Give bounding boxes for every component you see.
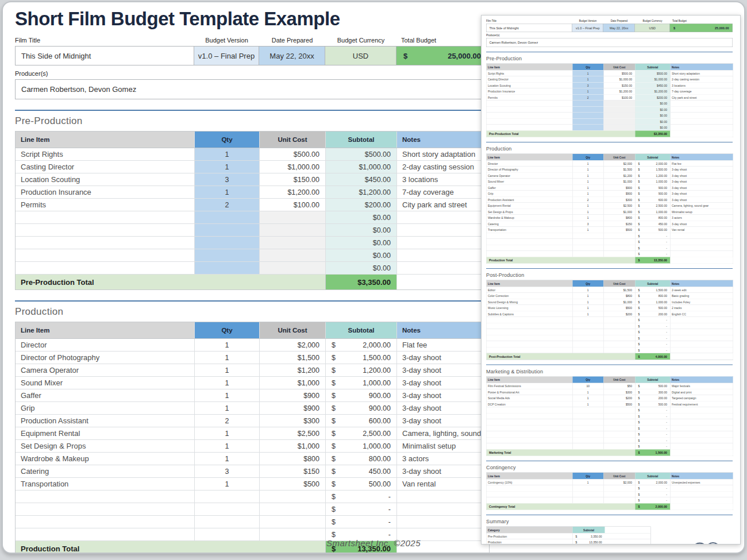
cell-qty[interactable]: 1: [195, 364, 260, 376]
cell-unit-cost[interactable]: [260, 503, 326, 515]
cell-unit-cost[interactable]: $1,200: [260, 364, 326, 376]
cell-subtotal[interactable]: $1,000.00: [326, 377, 397, 389]
cell-subtotal[interactable]: $800.00: [326, 453, 397, 465]
cell-subtotal[interactable]: $-: [326, 503, 397, 515]
cell-unit-cost[interactable]: $1,500: [260, 352, 326, 364]
cell-unit-cost[interactable]: $300: [260, 415, 326, 427]
cell-unit-cost[interactable]: $500: [260, 478, 326, 490]
cell-unit-cost[interactable]: $1,000: [260, 377, 326, 389]
cell-unit-cost[interactable]: $100.00: [260, 199, 326, 211]
cell-qty[interactable]: 1: [195, 161, 260, 173]
cell-notes[interactable]: 3-day shoot: [397, 352, 489, 364]
cell-unit-cost[interactable]: $900: [260, 389, 326, 401]
cell-qty[interactable]: [195, 491, 260, 503]
cell-notes[interactable]: [397, 503, 489, 515]
cell-subtotal[interactable]: $0.00: [326, 249, 397, 261]
total-budget-field[interactable]: $ 25,000.00: [396, 46, 488, 65]
cell-notes[interactable]: 2-day casting session: [397, 161, 489, 173]
cell-subtotal[interactable]: $1,200.00: [326, 186, 397, 198]
cell-qty[interactable]: [195, 237, 260, 249]
cell-line-item[interactable]: Production Assistant: [16, 415, 195, 427]
cell-qty[interactable]: [195, 249, 260, 261]
cell-qty[interactable]: 1: [195, 427, 260, 439]
cell-notes[interactable]: [397, 237, 489, 249]
cell-unit-cost[interactable]: $2,000: [260, 339, 326, 351]
cell-line-item[interactable]: Transportation: [16, 478, 195, 490]
cell-subtotal[interactable]: $-: [326, 491, 397, 503]
cell-subtotal[interactable]: $900.00: [326, 402, 397, 414]
cell-line-item[interactable]: [16, 237, 195, 249]
cell-line-item[interactable]: Permits: [16, 199, 195, 211]
cell-line-item[interactable]: Equipment Rental: [16, 427, 195, 439]
cell-notes[interactable]: 3-day shoot: [397, 364, 489, 376]
cell-notes[interactable]: 3-day shoot: [397, 402, 489, 414]
cell-notes[interactable]: [397, 211, 489, 223]
cell-qty[interactable]: 1: [195, 339, 260, 351]
cell-unit-cost[interactable]: [260, 237, 326, 249]
cell-notes[interactable]: 3-day shoot: [397, 465, 489, 477]
cell-qty[interactable]: 2: [195, 199, 260, 211]
cell-line-item[interactable]: [16, 516, 195, 528]
cell-notes[interactable]: Van rental: [397, 478, 489, 490]
cell-subtotal[interactable]: $500.00: [326, 478, 397, 490]
cell-unit-cost[interactable]: [260, 249, 326, 261]
cell-line-item[interactable]: Set Design & Props: [16, 440, 195, 452]
budget-version-field[interactable]: v1.0 – Final Prep: [194, 46, 259, 65]
cell-subtotal[interactable]: $500.00: [326, 148, 397, 160]
cell-qty[interactable]: [195, 262, 260, 274]
cell-subtotal[interactable]: $0.00: [326, 262, 397, 274]
cell-unit-cost[interactable]: $1,000: [260, 440, 326, 452]
cell-qty[interactable]: 1: [195, 377, 260, 389]
cell-qty[interactable]: 3: [195, 173, 260, 186]
cell-notes[interactable]: [397, 249, 489, 261]
cell-line-item[interactable]: Script Rights: [16, 148, 195, 160]
cell-subtotal[interactable]: $1,000.00: [326, 440, 397, 452]
cell-unit-cost[interactable]: [260, 491, 326, 503]
cell-line-item[interactable]: Camera Operator: [16, 364, 195, 376]
cell-subtotal[interactable]: $1,500.00: [326, 352, 397, 364]
cell-notes[interactable]: 3-day shoot: [397, 415, 489, 427]
cell-notes[interactable]: 3 actors: [397, 453, 489, 465]
cell-qty[interactable]: [195, 211, 260, 223]
cell-notes[interactable]: Minimalist setup: [397, 440, 489, 452]
cell-qty[interactable]: 1: [195, 148, 260, 160]
cell-subtotal[interactable]: $0.00: [326, 224, 397, 236]
cell-notes[interactable]: Camera, lighting, sound gear: [397, 427, 489, 439]
cell-qty[interactable]: [195, 516, 260, 528]
cell-line-item[interactable]: [16, 491, 195, 503]
film-title-field[interactable]: This Side of Midnight: [15, 46, 194, 65]
cell-subtotal[interactable]: $600.00: [326, 415, 397, 427]
budget-currency-field[interactable]: USD: [325, 46, 396, 65]
cell-unit-cost[interactable]: $150: [260, 465, 326, 477]
cell-qty[interactable]: [195, 503, 260, 515]
cell-line-item[interactable]: [16, 224, 195, 236]
cell-notes[interactable]: [397, 491, 489, 503]
cell-notes[interactable]: 3-day shoot: [397, 389, 489, 401]
cell-line-item[interactable]: Director of Photography: [16, 352, 195, 364]
cell-line-item[interactable]: [16, 211, 195, 223]
cell-line-item[interactable]: [16, 503, 195, 515]
cell-notes[interactable]: [397, 262, 489, 274]
cell-notes[interactable]: 3-day shoot: [397, 377, 489, 389]
cell-subtotal[interactable]: $-: [326, 516, 397, 528]
cell-subtotal[interactable]: $2,500.00: [326, 427, 397, 439]
cell-notes[interactable]: [397, 224, 489, 236]
cell-subtotal[interactable]: $900.00: [326, 389, 397, 401]
cell-subtotal[interactable]: $2,000.00: [326, 339, 397, 351]
cell-line-item[interactable]: Sound Mixer: [16, 377, 195, 389]
cell-unit-cost[interactable]: [260, 262, 326, 274]
cell-subtotal[interactable]: $0.00: [326, 211, 397, 223]
cell-unit-cost[interactable]: [260, 224, 326, 236]
cell-line-item[interactable]: [16, 262, 195, 274]
cell-subtotal[interactable]: $450.00: [326, 173, 397, 186]
cell-qty[interactable]: 1: [195, 453, 260, 465]
cell-qty[interactable]: 1: [195, 186, 260, 198]
cell-line-item[interactable]: Catering: [16, 465, 195, 477]
cell-qty[interactable]: 1: [195, 402, 260, 414]
cell-qty[interactable]: 2: [195, 415, 260, 427]
cell-qty[interactable]: 3: [195, 465, 260, 477]
cell-qty[interactable]: 1: [195, 440, 260, 452]
cell-line-item[interactable]: Grip: [16, 402, 195, 414]
cell-notes[interactable]: 3 locations: [397, 173, 489, 186]
cell-unit-cost[interactable]: $1,200.00: [260, 186, 326, 198]
